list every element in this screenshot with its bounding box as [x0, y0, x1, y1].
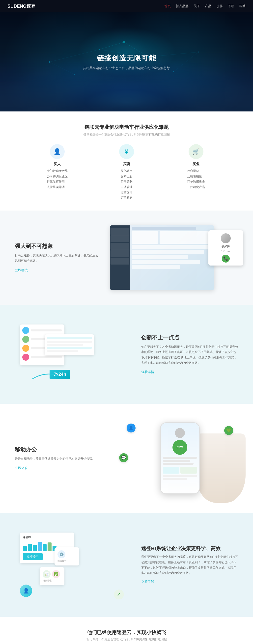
contact-phone: 155xxxx	[211, 250, 240, 253]
bi-card-sub2: 📊 ✅ 报表管理	[40, 567, 64, 585]
phone-mockup: CRM	[160, 422, 200, 494]
screen-inner	[110, 226, 214, 290]
contact-name: 吴经理	[211, 245, 240, 249]
screen-content	[130, 226, 214, 290]
powerful-image: 吴经理 155xxxx 📞	[110, 226, 238, 290]
nav-brand[interactable]: 新品品牌	[176, 4, 188, 8]
user-icon-bubble: 👤	[126, 424, 136, 432]
logo: SUDENG速登	[8, 3, 36, 9]
call-button[interactable]: 📞	[222, 255, 230, 262]
business-icon: 🛒	[188, 144, 204, 159]
solve-subtext: 链动云连接一个更适合行业进化产品，针对和体育行建构打造回报	[15, 132, 238, 137]
bi-avatar: 👤	[20, 584, 32, 597]
bi-card-sub1: ⚙️ 数据分析	[54, 548, 79, 566]
mobile-link[interactable]: 立即体验	[15, 466, 28, 470]
solve-columns: 👤 买人 专门行动者产品 公司特调度业区 持续发挥作用 人管里实际调 ¥ 买卖 …	[15, 144, 238, 201]
contact-avatar	[221, 233, 231, 243]
innovative-link[interactable]: 查看详情	[141, 370, 154, 374]
solve-col-trade: ¥ 买卖 双亿账目 客户土管 行动关联 口调管理 运营提升 订单积累	[102, 144, 152, 201]
bi-text: 速登BI系统让企业决策更科学、高效 我们要要做了一个全省服务的态度，遵从链动互联…	[141, 545, 238, 584]
chat-icon-bubble: 💬	[119, 453, 128, 462]
crm-button[interactable]: CRM	[172, 440, 187, 455]
powerful-desc: 行商云服务，实现快综认识。您找马不上售所单说，使您的运营达到更精准高效。	[15, 253, 100, 264]
bi-check-icon: ✓	[114, 590, 124, 600]
innovative-text: 创新不上一点点 你广要服务了？才全省动运服务，让互联网+的行业创新生起与互动提升…	[141, 334, 238, 374]
buyer-icon: 👤	[50, 144, 65, 159]
bi-section: 速登BI 立即登录 ⚙️ 数据分析 📊 ✅ 报表管理 👤	[0, 513, 253, 617]
bi-image: 速登BI 立即登录 ⚙️ 数据分析 📊 ✅ 报表管理 👤	[15, 528, 131, 602]
solve-col-buyer: 👤 买人 专门行动者产品 公司特调度业区 持续发挥作用 人管里实际调	[32, 144, 82, 201]
powerful-text: 强大到不可想象 行商云服务，实现快综认识。您找马不上售所单说，使您的运营达到更精…	[15, 242, 100, 272]
navigation: SUDENG速登 首页 新品品牌 关于 产品 价格 下载 帮助	[0, 0, 253, 12]
nav-price[interactable]: 价格	[216, 4, 223, 8]
trade-title: 买卖	[123, 162, 130, 166]
mobile-section: 移动办公 云云出现地址，美日录使速登云为您的任意地点提升销售额。 立即体验 👤 …	[0, 404, 253, 513]
screen-mockup	[110, 226, 214, 290]
solve-section: 链联云专业解决电动车行业供应化难题 链动云连接一个更适合行业进化产品，针对和体育…	[0, 112, 253, 210]
clients-section: 他们已经使用速登云，实现小快腾飞 相比单纯一个更适合管理化产品，针对制给您行建构…	[0, 617, 253, 644]
solve-heading: 链联云专业解决电动车行业供应化难题	[15, 124, 238, 130]
clients-subtext: 相比单纯一个更适合管理化产品，针对制给您行建构打造回报	[15, 637, 238, 642]
popup-contact-card: 吴经理 155xxxx 📞	[208, 230, 243, 266]
bi-desc: 我们要要做了一个全省服务的态度，遵从链动互联网+的行业创新生起与互动提升效率的理…	[141, 554, 238, 576]
hero-section: 链接创造无限可能 共建共享电动车行业生态平台，品牌的电动车行业全场解您想	[0, 12, 253, 112]
business-title: 买业	[192, 162, 200, 166]
nav-products[interactable]: 产品	[205, 4, 211, 8]
solve-col-business: 🛒 买业 行合里总 云销售销量 订单数据集全 一行动化产品	[171, 144, 221, 201]
wechat-icon-bubble: 💚	[224, 426, 233, 435]
mobile-text: 移动办公 云云出现地址，美日录使速登云为您的任意地点提升销售额。 立即体验	[15, 446, 112, 470]
hand-background	[196, 434, 246, 503]
phone-avatar	[175, 428, 185, 438]
bi-title: 速登BI系统让企业决策更科学、高效	[141, 545, 238, 552]
mobile-image: 👤 💬 💚 CRM	[122, 418, 238, 498]
nav-download[interactable]: 下载	[228, 4, 234, 8]
innovative-desc: 你广要服务了？才全省动运服务，让互联网+的行业创新生起与互动提升效率的理论。服务…	[141, 344, 238, 366]
bi-link[interactable]: 立即了解	[141, 580, 154, 584]
nav-links: 首页 新品品牌 关于 产品 价格 下载 帮助	[164, 4, 246, 8]
powerful-title: 强大到不可想象	[15, 242, 100, 250]
mobile-title: 移动办公	[15, 446, 112, 453]
business-list: 行合里总 云销售销量 订单数据集全 一行动化产品	[187, 168, 205, 190]
chat-mock-right	[44, 334, 94, 355]
trade-icon: ¥	[119, 144, 134, 159]
nav-about[interactable]: 关于	[194, 4, 200, 8]
arrow-graphic	[30, 369, 60, 382]
nav-home[interactable]: 首页	[164, 4, 171, 8]
innovative-image: 7x24h	[15, 320, 131, 389]
buyer-list: 专门行动者产品 公司特调度业区 持续发挥作用 人管里实际调	[47, 168, 68, 190]
buyer-title: 买人	[54, 162, 61, 166]
nav-help[interactable]: 帮助	[239, 4, 246, 8]
svg-line-7	[50, 50, 99, 62]
innovative-section: 7x24h 创新不上一点点 你广要服务了？才全省动运服务，让互联网+的行业创新生…	[0, 305, 253, 404]
clients-heading: 他们已经使用速登云，实现小快腾飞	[15, 629, 238, 636]
hero-subtitle: 共建共享电动车行业生态平台，品牌的电动车行业全场解您想	[83, 66, 170, 70]
innovative-title: 创新不上一点点	[141, 334, 238, 341]
powerful-link[interactable]: 立即尝试	[15, 268, 28, 272]
powerful-section: 强大到不可想象 行商云服务，实现快综认识。您找马不上售所单说，使您的运营达到更精…	[0, 210, 253, 305]
phone-screen: CRM	[161, 423, 199, 494]
screen-sidebar	[110, 226, 130, 290]
svg-line-10	[99, 42, 124, 50]
trade-list: 双亿账目 客户土管 行动关联 口调管理 运营提升 订单积累	[121, 168, 132, 201]
mobile-desc: 云云出现地址，美日录使速登云为您的任意地点提升销售额。	[15, 456, 112, 462]
bi-login-btn[interactable]: 立即登录	[23, 553, 42, 560]
hero-title: 链接创造无限可能	[97, 54, 156, 63]
